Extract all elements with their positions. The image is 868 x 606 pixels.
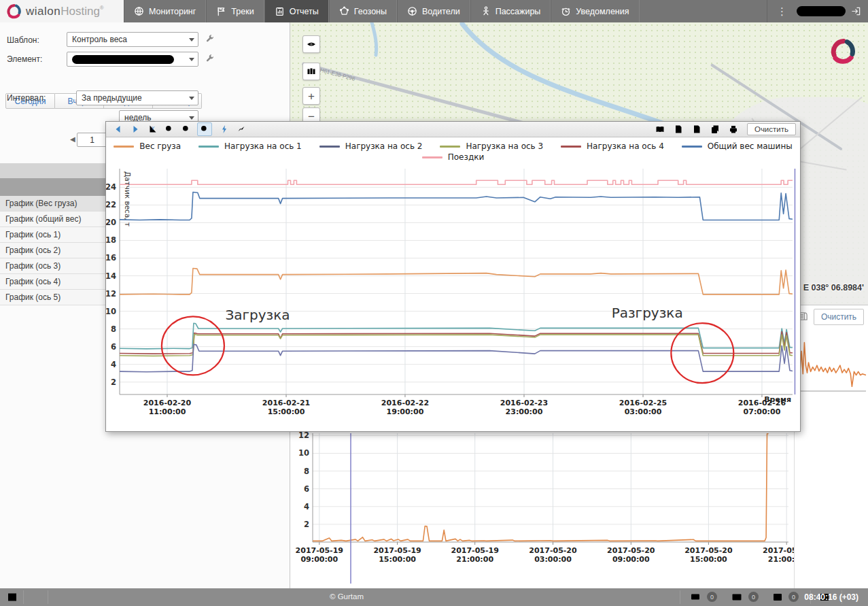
nav-item-3[interactable]: Геозоны [329, 0, 397, 22]
chevron-down-icon [189, 58, 194, 61]
svg-text:2017-05-19: 2017-05-19 [296, 546, 343, 555]
svg-text:6: 6 [111, 342, 116, 352]
svg-text:2: 2 [111, 377, 116, 387]
bottom-chart-svg[interactable]: 246810122017-05-1909:00:002017-05-1915:0… [290, 407, 868, 588]
nav-item-1[interactable]: Треки [206, 0, 264, 22]
svg-text:2017-05-20: 2017-05-20 [684, 546, 733, 555]
nav-item-2[interactable]: Отчеты [264, 0, 329, 22]
svg-text:2016-02-20: 2016-02-20 [143, 399, 192, 407]
interval-select[interactable]: За предыдущие [76, 90, 198, 105]
svg-text:24: 24 [106, 182, 116, 192]
svg-text:2: 2 [304, 520, 309, 529]
toolbar-left-icons: Y [106, 122, 246, 136]
legend-color-line [682, 146, 702, 148]
username-redacted[interactable] [797, 6, 846, 16]
chevron-down-icon [189, 97, 194, 100]
template-select-value: Контроль веса [72, 35, 127, 44]
globe-icon [134, 6, 144, 16]
message-count-badge: 0 [707, 592, 717, 602]
separator [23, 590, 24, 604]
zoom-out-box-icon[interactable] [197, 122, 212, 136]
svg-text:2017-05-19: 2017-05-19 [373, 546, 421, 555]
nav-item-4[interactable]: Водители [397, 0, 470, 22]
main-chart-svg[interactable]: 246810121416182022242016-02-2011:00:0020… [106, 166, 800, 431]
photo-icon[interactable] [772, 592, 783, 605]
next-icon[interactable] [131, 124, 140, 134]
mail-count-badge: 0 [748, 592, 759, 602]
message-icon[interactable] [690, 592, 701, 605]
report-chart-popup: Y Очистить Вес грузаНагрузка на ось 1Наг… [105, 121, 801, 432]
brand-name: wialon [26, 5, 60, 18]
series-Нагрузка на ось 1 [120, 323, 793, 349]
svg-text:19:00:00: 19:00:00 [387, 407, 424, 416]
y-scale-icon[interactable]: Y [147, 124, 157, 134]
export-pdf-icon[interactable] [674, 124, 683, 134]
svg-text:10: 10 [298, 448, 309, 458]
interval-count-input[interactable] [77, 133, 107, 147]
zoom-plus[interactable]: + [302, 87, 320, 105]
chart-legend: Вес грузаНагрузка на ось 1Нагрузка на ос… [106, 137, 800, 166]
legend-color-line [198, 146, 219, 148]
report-icon [275, 6, 285, 16]
svg-text:16: 16 [106, 253, 116, 263]
svg-text:2016-02-23: 2016-02-23 [500, 399, 548, 407]
zoom-in-icon[interactable] [164, 124, 174, 134]
envelope-icon[interactable] [731, 592, 742, 605]
series-Нагрузка на ось 3 [120, 335, 793, 356]
unit-settings-wrench-icon[interactable] [205, 54, 215, 66]
refresh-icon[interactable] [220, 124, 229, 134]
eye-icon[interactable] [302, 35, 320, 53]
annotation-text: Загрузка [225, 307, 290, 323]
nav-item-label: Мониторинг [149, 7, 196, 16]
report-template-icon[interactable] [655, 124, 665, 134]
svg-text:2017-05-19: 2017-05-19 [451, 546, 499, 555]
svg-text:09:00:00: 09:00:00 [612, 555, 650, 564]
print-icon[interactable] [729, 124, 738, 134]
logout-icon[interactable] [851, 6, 861, 16]
template-select[interactable]: Контроль веса [67, 32, 198, 47]
prev-icon[interactable] [114, 124, 123, 134]
series-Вес груза [120, 269, 793, 294]
layers-icon[interactable] [302, 63, 320, 80]
toolbar-right-icons [655, 124, 747, 134]
right-panel-clear-button[interactable]: Очистить [814, 309, 864, 325]
wialon-logo[interactable]: wialonHosting® [0, 0, 124, 22]
passenger-icon [481, 6, 491, 16]
list-icon[interactable] [30, 592, 41, 605]
zoom-out-icon[interactable] [181, 124, 191, 134]
wialon-swirl-icon [7, 4, 22, 19]
series-Вес груза [313, 434, 769, 541]
right-chart-panel: Очистить [794, 305, 868, 588]
count-decrement-arrow-icon[interactable]: ◀ [70, 135, 75, 143]
series-Поездки [120, 180, 793, 184]
interval-label: Интервал: [7, 93, 46, 103]
legend-color-line [114, 146, 134, 148]
svg-text:15:00:00: 15:00:00 [379, 555, 416, 564]
nav-item-label: Пассажиры [496, 7, 541, 16]
brand-reg: ® [100, 5, 104, 11]
nav-item-0[interactable]: Мониторинг [124, 0, 206, 22]
unit-select[interactable] [67, 52, 198, 67]
nav-item-6[interactable]: Уведомления [551, 0, 639, 22]
legend-item: Нагрузка на ось 2 [319, 141, 423, 151]
template-settings-wrench-icon[interactable] [205, 34, 215, 46]
svg-text:14: 14 [106, 271, 116, 281]
copy-icon[interactable] [710, 124, 720, 134]
x-axis-title: Время [764, 395, 791, 404]
graph-icon[interactable] [237, 124, 246, 134]
menu-dots-icon[interactable]: ⋮ [767, 0, 797, 22]
svg-text:12: 12 [106, 289, 116, 299]
legend-color-line [561, 146, 581, 148]
svg-text:4: 4 [111, 360, 116, 369]
nav-item-5[interactable]: Пассажиры [470, 0, 551, 22]
svg-text:2016-02-22: 2016-02-22 [381, 399, 429, 407]
svg-text:2016-02-21: 2016-02-21 [262, 399, 310, 407]
nav-item-label: Геозоны [354, 7, 387, 16]
legend-color-line [440, 146, 460, 148]
driver-icon [407, 6, 417, 16]
window-icon[interactable] [7, 592, 18, 605]
svg-text:21:00:00: 21:00:00 [456, 555, 493, 564]
export-excel-icon[interactable] [692, 124, 701, 134]
brand-suffix: Hosting [60, 5, 100, 18]
popup-clear-button[interactable]: Очистить [747, 123, 796, 135]
